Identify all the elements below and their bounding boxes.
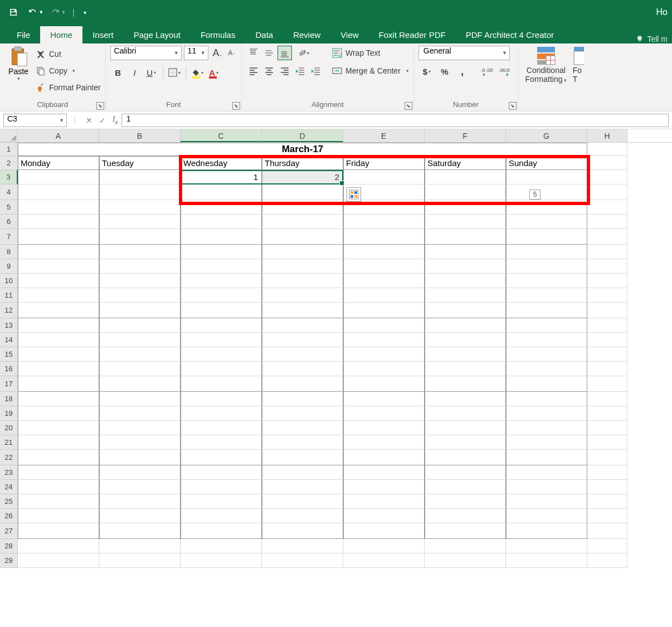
cell[interactable] — [425, 215, 506, 229]
cell[interactable] — [181, 318, 262, 333]
row-header-29[interactable]: 29 — [0, 553, 18, 568]
cell[interactable] — [262, 539, 343, 553]
cell[interactable] — [18, 509, 99, 523]
cell[interactable] — [587, 184, 627, 200]
tab-page-layout[interactable]: Page Layout — [124, 26, 191, 43]
conditional-formatting-button[interactable]: Conditional Formatting ▾ — [523, 46, 569, 84]
cell[interactable] — [425, 362, 506, 376]
cell[interactable] — [425, 435, 506, 450]
cell[interactable] — [506, 523, 587, 539]
calendar-title-cell[interactable]: March-17 — [18, 143, 587, 156]
row-header-11[interactable]: 11 — [0, 288, 18, 303]
align-right-button[interactable] — [277, 64, 292, 78]
cell[interactable] — [99, 480, 181, 494]
cell[interactable] — [99, 274, 181, 288]
tab-insert[interactable]: Insert — [82, 26, 124, 43]
tell-me-search[interactable]: Tell m — [636, 35, 672, 43]
column-header-d[interactable]: D — [262, 129, 343, 142]
cell[interactable] — [99, 303, 181, 318]
qat-customize-button[interactable]: ▾ — [80, 4, 90, 21]
cell[interactable] — [262, 450, 343, 465]
row-header-12[interactable]: 12 — [0, 303, 18, 318]
cell[interactable] — [587, 170, 627, 184]
cell[interactable] — [18, 539, 99, 553]
cell[interactable] — [181, 362, 262, 376]
cell[interactable]: 1 — [181, 170, 262, 184]
cell[interactable] — [506, 333, 587, 347]
cell[interactable] — [18, 494, 99, 509]
cell[interactable] — [506, 465, 587, 480]
select-all-button[interactable] — [0, 129, 18, 142]
cell[interactable] — [506, 539, 587, 553]
borders-button[interactable]: ▾ — [167, 65, 182, 80]
cell[interactable] — [587, 523, 627, 539]
cell[interactable] — [425, 523, 506, 539]
cell[interactable] — [587, 450, 627, 465]
cell[interactable] — [343, 333, 425, 347]
cell[interactable] — [343, 288, 425, 303]
cell[interactable] — [18, 229, 99, 245]
cell[interactable] — [425, 303, 506, 318]
cell[interactable] — [262, 347, 343, 362]
cell[interactable] — [99, 229, 181, 245]
cell[interactable] — [343, 200, 425, 215]
cell[interactable] — [181, 376, 262, 392]
cell[interactable] — [425, 318, 506, 333]
row-header-28[interactable]: 28 — [0, 539, 18, 553]
cell[interactable] — [425, 274, 506, 288]
row-header-4[interactable]: 4 — [0, 184, 18, 200]
cell[interactable] — [181, 523, 262, 539]
cell[interactable] — [181, 229, 262, 245]
row-header-21[interactable]: 21 — [0, 435, 18, 450]
cell[interactable] — [262, 553, 343, 568]
row-header-25[interactable]: 25 — [0, 494, 18, 509]
cell[interactable] — [262, 229, 343, 245]
cell[interactable] — [425, 465, 506, 480]
increase-font-button[interactable]: Aˆ — [211, 47, 224, 59]
cell[interactable] — [99, 421, 181, 435]
cell[interactable] — [18, 245, 99, 259]
comma-format-button[interactable]: , — [454, 64, 471, 79]
cell[interactable] — [343, 347, 425, 362]
cell[interactable] — [181, 421, 262, 435]
cell[interactable] — [181, 553, 262, 568]
cell[interactable] — [343, 421, 425, 435]
cell[interactable] — [18, 259, 99, 274]
cell[interactable] — [18, 362, 99, 376]
align-bottom-button[interactable] — [277, 46, 292, 60]
row-header-6[interactable]: 6 — [0, 215, 18, 229]
font-color-button[interactable]: A ▾ — [206, 65, 222, 80]
cell[interactable] — [99, 245, 181, 259]
tab-view[interactable]: View — [330, 26, 368, 43]
row-header-23[interactable]: 23 — [0, 465, 18, 480]
cell[interactable] — [181, 539, 262, 553]
cancel-formula-button[interactable]: ✕ — [82, 114, 96, 127]
cell[interactable] — [181, 406, 262, 421]
cell[interactable] — [18, 465, 99, 480]
decrease-font-button[interactable]: Aˇ — [226, 49, 237, 57]
cell[interactable] — [262, 274, 343, 288]
cell[interactable] — [181, 274, 262, 288]
cell[interactable] — [343, 274, 425, 288]
cell[interactable] — [181, 288, 262, 303]
row-header-2[interactable]: 2 — [0, 156, 18, 170]
cell[interactable] — [343, 539, 425, 553]
cell[interactable] — [262, 392, 343, 406]
cell[interactable] — [506, 376, 587, 392]
cell[interactable] — [425, 450, 506, 465]
cell[interactable] — [425, 229, 506, 245]
cell[interactable] — [99, 333, 181, 347]
italic-button[interactable]: I — [127, 65, 143, 80]
autofill-options-button[interactable] — [347, 187, 361, 202]
cell[interactable] — [425, 259, 506, 274]
cell[interactable]: Tuesday — [99, 156, 181, 170]
increase-indent-button[interactable] — [309, 64, 323, 78]
cell[interactable] — [587, 245, 627, 259]
tab-file[interactable]: File — [7, 26, 40, 43]
cell[interactable] — [18, 170, 99, 184]
cell[interactable] — [425, 288, 506, 303]
decrease-decimal-button[interactable]: .00.0 — [496, 64, 513, 79]
column-header-a[interactable]: A — [18, 129, 99, 142]
cell[interactable] — [425, 376, 506, 392]
cell[interactable] — [343, 215, 425, 229]
